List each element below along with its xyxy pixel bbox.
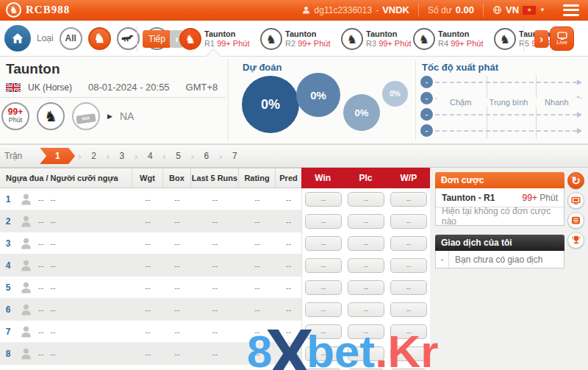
quick-icon-rail: ↻: [567, 172, 584, 249]
runner-number: 4: [0, 260, 16, 271]
runner-number: 2: [0, 216, 16, 227]
plc-odds-button[interactable]: --: [348, 280, 384, 295]
jockey-name: --: [50, 239, 55, 248]
win-odds-button[interactable]: --: [305, 346, 342, 361]
user-icon: [301, 5, 311, 15]
brand-name: RCB988: [26, 4, 70, 16]
runner-pred: --: [276, 327, 301, 336]
win-odds-button[interactable]: --: [305, 324, 342, 339]
sport-nav: Loại All ♞ ♘ Tiếp ‹ ♞ Taunton R1 99+ Phú…: [0, 21, 588, 57]
betslip-title: Đơn cược: [441, 175, 484, 185]
plc-odds-button[interactable]: --: [348, 324, 384, 339]
speed-label-fast: Nhanh: [533, 98, 581, 107]
runner-row: 4 -- -- -- -- -- -- --: [0, 255, 301, 277]
race-number: R4: [438, 39, 448, 48]
refresh-button[interactable]: ↻: [567, 172, 584, 189]
tab-race-6[interactable]: 6: [197, 151, 216, 161]
plc-odds-button[interactable]: --: [348, 214, 384, 229]
tab-race-1-selected[interactable]: 1: [40, 148, 75, 164]
tab-race-7[interactable]: 7: [225, 151, 244, 161]
win-odds-button[interactable]: --: [305, 214, 342, 229]
speed-lane: -: [420, 76, 582, 88]
time-badge-unit: Phút: [9, 116, 23, 124]
user-id: dg11c2336013: [315, 5, 373, 15]
race-card-name: Taunton: [204, 29, 249, 39]
globe-icon: [492, 5, 502, 15]
win-odds-button[interactable]: --: [305, 192, 342, 207]
menu-button[interactable]: [563, 4, 579, 16]
avatar-icon: [19, 214, 33, 228]
odds-rows: -- -- -- -- -- -- -- -- -- -- -- -- -- -…: [301, 188, 430, 370]
wp-odds-button[interactable]: --: [390, 236, 427, 251]
plc-odds-button[interactable]: --: [348, 192, 384, 207]
betslip-empty-message: Hiện tại không có đơn cược nào: [436, 207, 564, 225]
wp-odds-button[interactable]: --: [390, 302, 427, 317]
language-selector[interactable]: VN ★ ▼: [483, 4, 554, 17]
plc-odds-button[interactable]: --: [348, 302, 384, 317]
account-section[interactable]: dg11c2336013 - VNDK: [293, 4, 418, 17]
balance-value: 0.00: [456, 4, 474, 15]
betslip-box: Taunton - R1 99+ Phút Hiện tại không có …: [435, 188, 564, 226]
runner-box: --: [163, 195, 191, 204]
tab-race-4[interactable]: 4: [140, 151, 159, 161]
rankings-button[interactable]: [567, 232, 584, 249]
runner-pred: --: [276, 239, 301, 248]
runner-number: 1: [0, 194, 16, 204]
live-button[interactable]: Live: [550, 26, 574, 51]
runner-number: 7: [0, 327, 16, 337]
video-button[interactable]: [567, 192, 584, 209]
prediction-title: Dự đoán: [243, 62, 282, 73]
wp-odds-button[interactable]: --: [390, 258, 427, 273]
wp-odds-button[interactable]: --: [390, 324, 427, 339]
language-code: VN: [506, 4, 519, 15]
tab-race-2[interactable]: 2: [85, 151, 104, 161]
plc-odds-button[interactable]: --: [348, 258, 384, 273]
race-card[interactable]: ♞ Taunton R1 99+ Phút: [179, 28, 257, 50]
runner-avatar: [16, 192, 35, 206]
win-odds-button[interactable]: --: [305, 302, 342, 317]
wp-odds-button[interactable]: --: [390, 214, 427, 229]
live-label: Live: [556, 40, 567, 46]
balance-section[interactable]: Số dư 0.00: [418, 4, 483, 17]
race-countdown: 99+ Phút: [451, 39, 483, 48]
weather-text: NA: [120, 110, 134, 122]
tab-race-5[interactable]: 5: [169, 151, 188, 161]
prediction-bubble-2: 0%: [296, 73, 340, 117]
horse-name: --: [38, 239, 43, 248]
table-header: Ngựa đua / Người cưỡi ngựa Wgt Box Last …: [0, 168, 301, 188]
plc-odds-button[interactable]: --: [348, 236, 384, 251]
wp-odds-button[interactable]: --: [390, 192, 427, 207]
wp-odds-button[interactable]: --: [390, 346, 427, 361]
avatar-icon: [19, 324, 33, 338]
race-strip: ♞ Taunton R1 99+ Phút ♞ Taunton R2 99+ P…: [0, 21, 588, 56]
brand-logo[interactable]: ♞ RCB988: [0, 2, 70, 18]
scroll-right-button[interactable]: ›: [534, 30, 548, 48]
win-odds-button[interactable]: --: [305, 280, 342, 295]
race-number: R1: [204, 39, 215, 48]
win-odds-button[interactable]: --: [305, 236, 342, 251]
runner-box: --: [163, 305, 191, 314]
avatar-icon: [19, 302, 33, 316]
runner-names: -- --: [35, 349, 132, 358]
weather-na-ribbon: N/A: [76, 113, 96, 124]
betslip-time-unit: Phút: [539, 193, 558, 203]
runner-names: -- --: [35, 327, 132, 336]
plc-odds-button[interactable]: --: [348, 346, 384, 361]
results-list-button[interactable]: [567, 212, 584, 229]
runner-row: 5 -- -- -- -- -- -- --: [0, 277, 301, 299]
race-card[interactable]: ♞ Taunton R2 99+ Phút: [260, 28, 338, 50]
runner-number: 3: [0, 238, 16, 249]
race-card[interactable]: ♞ Taunton R4 99+ Phút: [413, 28, 491, 50]
win-odds-button[interactable]: --: [305, 258, 342, 273]
runner-weight: --: [132, 327, 163, 336]
odds-row: -- -- --: [302, 299, 430, 321]
runner-row: 2 -- -- -- -- -- -- --: [0, 210, 301, 232]
tab-race-3[interactable]: 3: [112, 151, 132, 161]
race-card[interactable]: ♞ Taunton R3 99+ Phút: [341, 28, 419, 50]
column-wgt: Wgt: [132, 168, 163, 188]
race-country: UK (Horse): [28, 82, 72, 93]
runner-names: -- --: [35, 217, 132, 226]
wp-odds-button[interactable]: --: [390, 280, 427, 295]
runner-row: 3 -- -- -- -- -- -- --: [0, 232, 301, 255]
runner-avatar: [16, 302, 35, 316]
